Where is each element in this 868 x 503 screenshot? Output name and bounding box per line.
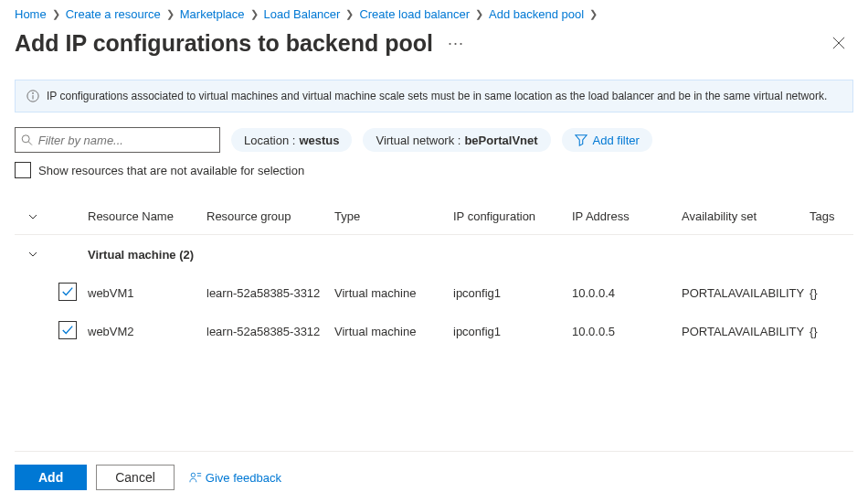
cell-name: webVM2 (88, 325, 206, 338)
search-input[interactable] (38, 134, 214, 147)
group-row[interactable]: Virtual machine (2) (15, 235, 853, 273)
cell-ipconfig: ipconfig1 (453, 325, 572, 338)
cell-type: Virtual machine (334, 286, 453, 300)
table-row[interactable]: webVM1 learn-52a58385-3312 Virtual machi… (15, 273, 853, 312)
close-icon (832, 37, 845, 49)
search-input-wrapper[interactable] (15, 127, 220, 153)
table-row[interactable]: webVM2 learn-52a58385-3312 Virtual machi… (15, 312, 853, 350)
cell-ip: 10.0.0.4 (572, 286, 682, 300)
column-header-tags[interactable]: Tags (810, 209, 846, 223)
filter-pill-label: Virtual network : (376, 134, 460, 147)
cell-tags: {} (810, 286, 846, 300)
breadcrumb-link[interactable]: Home (15, 7, 47, 21)
add-filter-label: Add filter (593, 134, 640, 147)
chevron-right-icon: ❯ (52, 8, 60, 20)
checkmark-icon (61, 285, 74, 298)
cell-type: Virtual machine (334, 325, 453, 338)
info-banner-text: IP configurations associated to virtual … (47, 90, 827, 102)
chevron-down-icon (27, 211, 38, 222)
info-banner: IP configurations associated to virtual … (15, 80, 853, 112)
breadcrumb: Home❯ Create a resource❯ Marketplace❯ Lo… (15, 7, 853, 21)
column-header-group[interactable]: Resource group (206, 209, 334, 223)
chevron-down-icon (27, 249, 38, 260)
checkmark-icon (61, 324, 74, 337)
info-icon (26, 90, 39, 102)
row-checkbox[interactable] (58, 321, 77, 339)
filter-pill-location[interactable]: Location : westus (231, 128, 352, 152)
group-label: Virtual machine (2) (88, 248, 853, 262)
cell-avset: PORTALAVAILABILITY (682, 286, 810, 300)
cell-ipconfig: ipconfig1 (453, 286, 572, 300)
chevron-right-icon: ❯ (345, 8, 354, 20)
filter-pill-value: bePortalVnet (464, 134, 537, 147)
filter-icon (575, 134, 587, 146)
resources-table: Resource Name Resource group Type IP con… (15, 198, 853, 350)
breadcrumb-link[interactable]: Add backend pool (489, 7, 584, 21)
svg-line-4 (28, 142, 32, 145)
cancel-button[interactable]: Cancel (96, 465, 175, 490)
chevron-right-icon: ❯ (475, 8, 483, 20)
column-header-ipconfig[interactable]: IP configuration (453, 209, 572, 223)
give-feedback-label: Give feedback (206, 471, 281, 485)
column-header-name[interactable]: Resource Name (88, 209, 206, 223)
cell-tags: {} (810, 325, 846, 338)
column-header-avset[interactable]: Availability set (682, 209, 810, 223)
chevron-right-icon: ❯ (250, 8, 259, 20)
add-filter-button[interactable]: Add filter (562, 128, 652, 152)
close-button[interactable] (824, 28, 853, 58)
filter-pill-vnet[interactable]: Virtual network : bePortalVnet (363, 128, 550, 152)
add-button[interactable]: Add (15, 465, 87, 490)
cell-group: learn-52a58385-3312 (206, 325, 334, 338)
page-title: Add IP configurations to backend pool (15, 30, 433, 57)
breadcrumb-link[interactable]: Marketplace (180, 7, 245, 21)
breadcrumb-link[interactable]: Create a resource (66, 7, 161, 21)
chevron-right-icon: ❯ (589, 8, 598, 20)
breadcrumb-link[interactable]: Create load balancer (359, 7, 470, 21)
svg-point-5 (191, 473, 195, 476)
column-header-type[interactable]: Type (334, 209, 453, 223)
filter-pill-label: Location : (244, 134, 295, 147)
expand-all-toggle[interactable] (15, 211, 51, 222)
give-feedback-link[interactable]: Give feedback (189, 471, 281, 485)
chevron-right-icon: ❯ (166, 8, 175, 20)
cell-name: webVM1 (88, 286, 206, 300)
search-icon (21, 134, 33, 146)
more-menu-button[interactable]: ··· (448, 34, 464, 53)
cell-ip: 10.0.0.5 (572, 325, 682, 338)
cell-avset: PORTALAVAILABILITY (682, 325, 810, 338)
feedback-icon (189, 471, 202, 484)
cell-group: learn-52a58385-3312 (206, 286, 334, 300)
show-unavailable-checkbox[interactable] (15, 162, 31, 178)
svg-point-2 (33, 93, 34, 94)
show-unavailable-label: Show resources that are not available fo… (38, 164, 304, 177)
svg-point-3 (22, 135, 29, 143)
filter-pill-value: westus (299, 134, 339, 147)
breadcrumb-link[interactable]: Load Balancer (264, 7, 341, 21)
row-checkbox[interactable] (58, 283, 77, 301)
column-header-ip[interactable]: IP Address (572, 209, 682, 223)
